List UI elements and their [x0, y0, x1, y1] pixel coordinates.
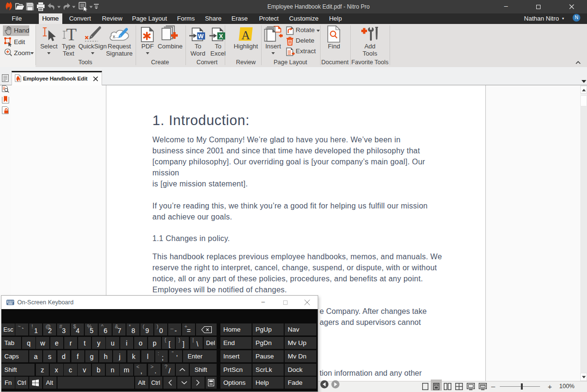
svg-text:W: W [198, 33, 204, 40]
svg-text:T: T [66, 25, 77, 44]
svg-text:A: A [242, 29, 250, 42]
svg-text:x: x [113, 34, 115, 39]
svg-text:X: X [219, 33, 223, 40]
